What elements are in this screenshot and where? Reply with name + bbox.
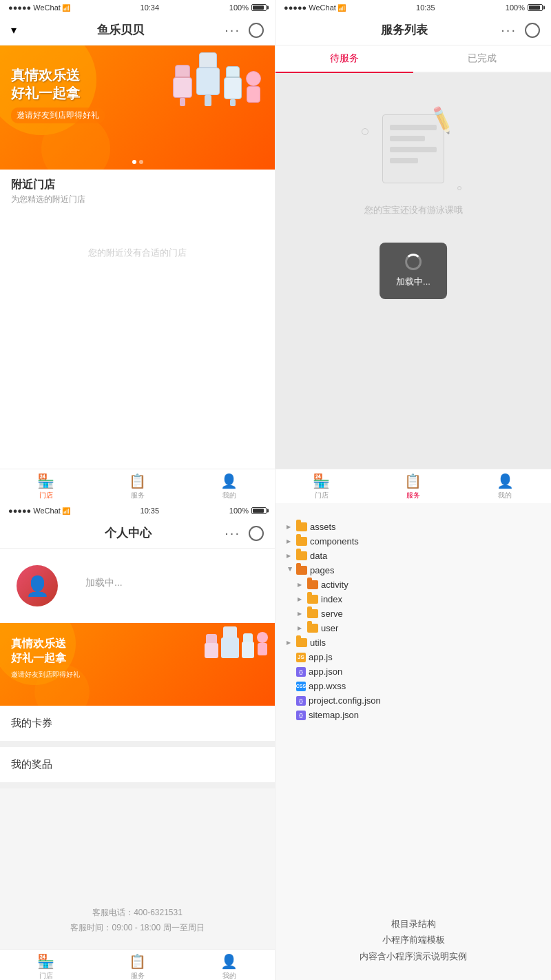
file-tree-user[interactable]: ▶ user <box>287 621 540 635</box>
left-status-bar: ●●●●● WeChat 📶 10:34 100% <box>0 0 275 15</box>
carousel-text: 真情欢乐送 好礼一起拿 邀请好友到店即得好礼 <box>11 66 105 123</box>
right-nav-dots[interactable]: ··· <box>501 22 517 38</box>
file-tree-data-name: data <box>310 551 327 561</box>
third-tab-service[interactable]: 📋 服务 <box>92 953 183 980</box>
right-tab-service-label: 服务 <box>406 491 420 500</box>
file-tree-pages[interactable]: ▶ pages <box>287 563 540 578</box>
third-tab-mine[interactable]: 👤 我的 <box>183 953 275 980</box>
left-tab-service[interactable]: 📋 服务 <box>92 473 183 500</box>
right-nav-circle[interactable] <box>525 23 540 38</box>
third-battery-text: 100% <box>229 507 249 515</box>
menu-item-coupons[interactable]: 我的卡券 <box>0 706 275 742</box>
third-battery-icon <box>251 507 267 514</box>
right-tab-mine[interactable]: 👤 我的 <box>459 473 551 500</box>
arrow-utils: ▶ <box>287 640 293 646</box>
file-tree-appjson[interactable]: ▶ {} app.json <box>287 664 540 679</box>
right-carrier: ●●●●● WeChat <box>284 3 336 12</box>
file-tree-utils[interactable]: ▶ utils <box>287 635 540 650</box>
file-tree-data[interactable]: ▶ data <box>287 549 540 563</box>
right-tab-stores-icon: 🏪 <box>313 473 330 489</box>
third-tab-stores-icon: 🏪 <box>37 953 54 970</box>
left-tab-mine-icon: 👤 <box>220 473 238 489</box>
right-nav-title: 服务列表 <box>381 22 428 38</box>
left-battery-icon <box>251 4 267 11</box>
file-tree-activity-name: activity <box>321 580 349 590</box>
third-banner-text: 真情欢乐送 好礼一起拿 邀请好友到店即得好礼 <box>11 637 80 680</box>
left-tab-bar: 🏪 门店 📋 服务 👤 我的 <box>0 469 275 503</box>
right-tab-mine-icon: 👤 <box>497 473 514 489</box>
left-tab-stores[interactable]: 🏪 门店 <box>0 473 92 500</box>
third-banner[interactable]: 真情欢乐送 好礼一起拿 邀请好友到店即得好礼 <box>0 623 275 706</box>
file-tree-appwxss-name: app.wxss <box>309 681 346 691</box>
third-tab-bar: 🏪 门店 📋 服务 👤 我的 <box>0 949 275 980</box>
third-nav-circle[interactable] <box>249 526 264 541</box>
bottom-time: 客服时间：09:00 - 18:00 周一至周日 <box>11 921 264 936</box>
arrow-components: ▶ <box>287 538 293 544</box>
service-tab-pending[interactable]: 待服务 <box>276 45 413 73</box>
nearby-section: 附近门店 为您精选的附近门店 您的附近没有合适的门店 <box>0 170 275 309</box>
third-tab-mine-icon: 👤 <box>220 953 238 970</box>
left-tab-mine-label: 我的 <box>222 491 236 500</box>
left-nav-bar: ▾ 鱼乐贝贝 ··· <box>0 15 275 45</box>
user-avatar: 👤 <box>17 565 58 606</box>
file-tree-appwxss[interactable]: ▶ CSS app.wxss <box>287 679 540 693</box>
file-tree-serve-name: serve <box>321 609 343 619</box>
file-tree-user-name: user <box>321 623 338 633</box>
left-carousel[interactable]: 真情欢乐送 好礼一起拿 邀请好友到店即得好礼 <box>0 45 275 170</box>
empty-space <box>0 788 275 892</box>
nearby-subtitle: 为您精选的附近门店 <box>11 194 264 205</box>
caption-line3: 内容含小程序演示说明实例 <box>295 948 532 964</box>
file-tree-appjs[interactable]: ▶ JS app.js <box>287 650 540 664</box>
file-tree-index[interactable]: ▶ index <box>287 592 540 606</box>
loading-text: 加载中... <box>396 276 430 288</box>
file-tree-panel: ▶ assets ▶ components ▶ data <box>276 503 551 980</box>
file-tree-projectconfig-name: project.config.json <box>309 695 381 706</box>
third-nav-title: 个人中心 <box>105 525 152 541</box>
arrow-serve: ▶ <box>298 611 304 617</box>
file-tree-activity[interactable]: ▶ activity <box>287 578 540 592</box>
file-tree-appjson-name: app.json <box>309 666 342 677</box>
right-tab-stores-label: 门店 <box>315 491 329 500</box>
file-tree-index-name: index <box>321 594 342 604</box>
right-tab-service-icon: 📋 <box>404 473 422 489</box>
left-tab-mine[interactable]: 👤 我的 <box>183 473 275 500</box>
right-time: 10:35 <box>416 3 435 12</box>
caption-line1: 根目录结构 <box>295 916 532 932</box>
service-tab-done[interactable]: 已完成 <box>413 45 551 72</box>
file-tree-caption: 根目录结构 小程序前端模板 内容含小程序演示说明实例 <box>281 902 545 978</box>
service-empty-text: 您的宝宝还没有游泳课哦 <box>364 204 463 216</box>
file-tree-projectconfig[interactable]: ▶ {} project.config.json <box>287 693 540 708</box>
left-nav-title: 鱼乐贝贝 <box>97 22 144 38</box>
third-tab-stores[interactable]: 🏪 门店 <box>0 953 92 980</box>
arrow-activity: ▶ <box>298 582 304 588</box>
arrow-pages: ▶ <box>287 567 293 574</box>
right-wifi-icon: 📶 <box>337 4 346 12</box>
file-tree-serve[interactable]: ▶ serve <box>287 606 540 621</box>
left-tab-service-icon: 📋 <box>129 473 146 489</box>
file-tree: ▶ assets ▶ components ▶ data <box>281 509 545 733</box>
nearby-empty: 您的附近没有合适的门店 <box>11 205 264 300</box>
third-phone: ●●●●● WeChat 📶 10:35 100% 个人中心 ··· � <box>0 503 276 980</box>
third-tab-mine-label: 我的 <box>222 971 236 980</box>
bottom-phone: 客服电话：400-6321531 <box>11 906 264 921</box>
right-tab-service[interactable]: 📋 服务 <box>367 473 459 500</box>
left-nav-circle[interactable] <box>249 23 264 38</box>
menu-item-prizes[interactable]: 我的奖品 <box>0 747 275 783</box>
third-nav-dots[interactable]: ··· <box>225 525 240 541</box>
file-tree-assets-name: assets <box>310 522 336 532</box>
left-nav-dropdown[interactable]: ▾ <box>11 23 17 37</box>
left-tab-service-label: 服务 <box>131 491 145 500</box>
file-tree-components[interactable]: ▶ components <box>287 534 540 549</box>
arrow-data: ▶ <box>287 553 293 559</box>
left-nav-dots[interactable]: ··· <box>225 22 240 38</box>
row-top: ●●●●● WeChat 📶 10:34 100% ▾ 鱼乐贝贝 ··· <box>0 0 551 503</box>
menu-separator-1 <box>0 742 275 747</box>
right-tab-stores[interactable]: 🏪 门店 <box>276 473 367 500</box>
right-nav-bar: 服务列表 ··· <box>276 15 551 45</box>
third-nav-bar: 个人中心 ··· <box>0 518 275 549</box>
menu-separator-2 <box>0 783 275 788</box>
carousel-dot-2 <box>139 160 143 164</box>
left-carrier: ●●●●● WeChat <box>8 3 61 12</box>
file-tree-assets[interactable]: ▶ assets <box>287 520 540 534</box>
file-tree-sitemap[interactable]: ▶ {} sitemap.json <box>287 708 540 722</box>
